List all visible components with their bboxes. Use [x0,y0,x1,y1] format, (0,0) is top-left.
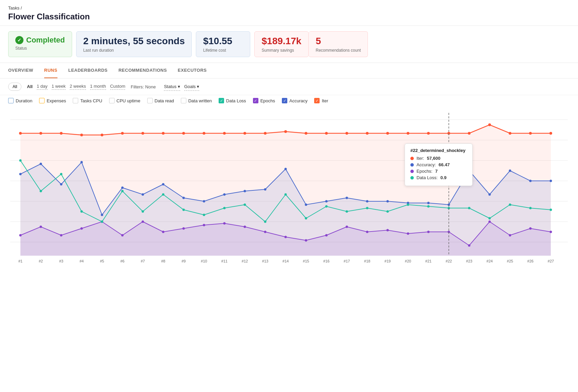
svg-point-40 [142,193,144,196]
svg-point-27 [427,132,430,135]
filter-1month[interactable]: 1 month [90,84,106,90]
filter-1week[interactable]: 1 week [52,84,66,90]
svg-point-18 [243,132,246,135]
svg-text:#12: #12 [242,259,248,263]
tooltip-iter-value: 57,600 [427,156,440,161]
tooltip-epochs-dot [410,170,414,173]
expenses-checkbox[interactable] [39,98,45,103]
svg-point-16 [203,132,205,135]
chart-area: #1 #2 #3 #4 #5 #6 #7 #8 #9 #10 #11 #12 #… [0,106,578,277]
svg-point-9 [60,132,63,135]
svg-point-79 [387,229,389,232]
tab-recommendations[interactable]: RECOMMENDATIONS [118,63,167,78]
tooltip-accuracy-label: Accuracy: [417,162,436,167]
svg-text:#23: #23 [466,259,472,263]
filter-all[interactable]: All [27,84,33,90]
svg-point-111 [489,217,491,220]
stats-row: ✓ Completed Status 2 minutes, 55 seconds… [0,26,578,63]
legend-data-read[interactable]: Data read [147,98,174,103]
duration-checkbox[interactable] [8,98,14,103]
tooltip-dataloss-row: Data Loss: 0.9 [410,175,467,180]
all-button[interactable]: All [8,83,21,91]
svg-text:#17: #17 [344,259,350,263]
svg-text:#25: #25 [507,259,513,263]
iter-checkbox[interactable]: ✓ [314,98,320,103]
svg-text:#9: #9 [182,259,186,263]
accuracy-checkbox[interactable]: ✓ [282,98,287,103]
data-written-checkbox[interactable] [181,98,186,103]
svg-point-33 [549,132,552,135]
breadcrumb: Tasks / [8,5,570,11]
data-loss-checkbox[interactable]: ✓ [219,98,224,103]
svg-text:#15: #15 [303,259,309,263]
svg-text:#24: #24 [487,259,493,263]
legend-tasks-cpu[interactable]: Tasks CPU [73,98,102,103]
filter-2weeks[interactable]: 2 weeks [70,84,86,90]
legend-epochs[interactable]: ✓ Epochs [253,98,275,103]
tooltip-iter-dot [410,157,414,160]
svg-point-75 [305,239,307,242]
svg-text:#6: #6 [120,259,124,263]
goals-dropdown[interactable]: Goals ▾ [184,83,200,91]
svg-point-7 [19,132,22,135]
svg-point-63 [60,234,63,237]
legend-epochs-label: Epochs [260,98,275,103]
duration-value: 2 minutes, 55 seconds [83,36,185,47]
dropdown-group: Status ▾ Goals ▾ [164,83,199,91]
svg-text:#26: #26 [527,259,533,263]
svg-point-94 [142,210,144,213]
legend-data-loss[interactable]: ✓ Data Loss [219,98,246,103]
epochs-checkbox[interactable]: ✓ [253,98,258,103]
filter-custom[interactable]: Custom [110,84,125,90]
tab-overview[interactable]: OVERVIEW [8,63,33,78]
svg-text:#11: #11 [221,259,227,263]
legend-duration[interactable]: Duration [8,98,32,103]
legend-data-written[interactable]: Data written [181,98,212,103]
tooltip-title: #22_determined_shockley [410,148,467,153]
svg-text:#27: #27 [548,259,554,263]
tasks-cpu-checkbox[interactable] [73,98,78,103]
legend-data-loss-label: Data Loss [226,98,246,103]
data-read-checkbox[interactable] [147,98,153,103]
svg-point-58 [509,170,511,172]
legend-accuracy[interactable]: ✓ Accuracy [282,98,307,103]
svg-point-50 [346,197,348,199]
svg-point-52 [387,200,389,203]
svg-point-14 [162,132,165,135]
filter-1day[interactable]: 1 day [37,84,48,90]
cost-label: Lifetime cost [203,48,243,53]
legend-expenses[interactable]: Expenses [39,98,66,103]
svg-point-62 [40,226,42,228]
svg-point-68 [162,231,165,233]
cpu-uptime-checkbox[interactable] [109,98,115,103]
tab-leaderboards[interactable]: LEADERBOARDS [68,63,108,78]
svg-point-74 [285,236,287,238]
svg-point-88 [19,159,22,162]
svg-point-70 [203,224,205,226]
legend-iter[interactable]: ✓ Iter [314,98,328,103]
svg-point-48 [305,204,307,206]
tooltip-epochs-label: Epochs: [417,169,432,174]
svg-point-15 [182,132,185,135]
svg-point-17 [223,132,226,135]
svg-point-12 [121,132,124,135]
filters-label: Filters: None [131,84,156,89]
svg-text:#2: #2 [39,259,43,263]
svg-text:#7: #7 [141,259,145,263]
status-dropdown[interactable]: Status ▾ [164,83,180,91]
tab-executors[interactable]: EXECUTORS [178,63,207,78]
svg-point-44 [223,193,226,196]
svg-text:#19: #19 [385,259,391,263]
svg-point-19 [264,132,267,135]
legend-expenses-label: Expenses [47,98,66,103]
legend-iter-label: Iter [322,98,328,103]
svg-point-100 [264,221,267,223]
svg-point-91 [81,210,83,213]
svg-point-51 [366,200,369,203]
legend-cpu-uptime[interactable]: CPU uptime [109,98,140,103]
cost-value: $10.55 [203,36,243,47]
svg-point-95 [162,193,165,196]
tab-runs[interactable]: RUNS [44,63,57,78]
svg-text:#21: #21 [425,259,431,263]
duration-label: Last run duration [83,48,185,53]
